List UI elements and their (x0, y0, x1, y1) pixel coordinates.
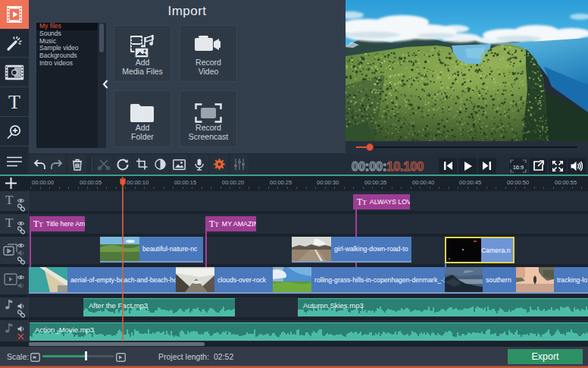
svg-text:16:9: 16:9 (513, 163, 524, 170)
